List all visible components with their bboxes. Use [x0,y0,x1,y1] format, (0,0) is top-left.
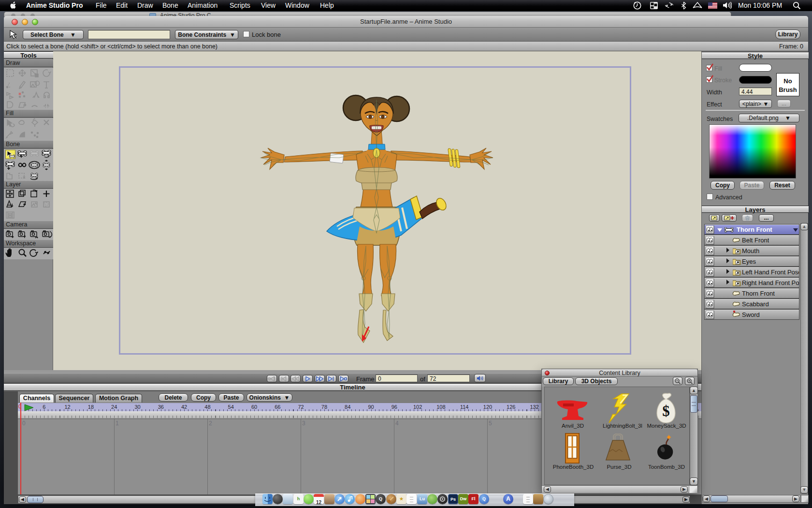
svg-text:$: $ [662,402,669,419]
